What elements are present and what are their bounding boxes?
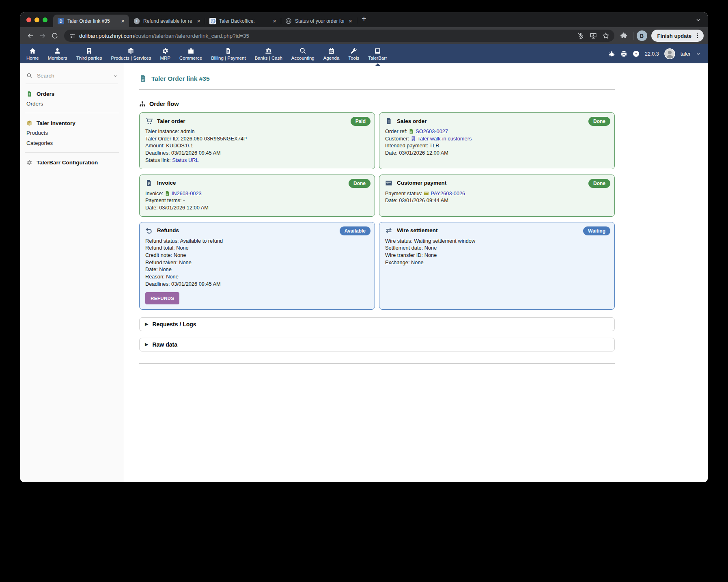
topnav-item[interactable]: Third parties [72, 44, 107, 63]
version-label: 22.0.3 [645, 51, 659, 57]
field-label: Refund taken [145, 259, 176, 265]
card-field: Taler Instance: admin [145, 128, 369, 135]
field-label: Order ref [385, 128, 406, 134]
field-label: Reason [145, 274, 163, 280]
status-badge: Available [340, 226, 370, 235]
field-value-link[interactable]: IN2603-0023 [172, 190, 202, 196]
divider [139, 89, 615, 90]
caret-right-icon: ▶ [145, 321, 148, 327]
extensions-button[interactable] [618, 30, 630, 42]
tab-close-icon[interactable]: × [271, 18, 278, 24]
topnav-item[interactable]: TalerBarr [364, 44, 392, 63]
finish-update-button[interactable]: Finish update [651, 30, 704, 42]
zoom-window-button[interactable] [43, 17, 47, 22]
field-label: Invoice [145, 190, 162, 196]
address-bar[interactable]: dolibarr.potuzhnyi.com/custom/talerbarr/… [64, 30, 614, 42]
help-icon[interactable]: ? [633, 50, 640, 57]
exchange-icon [385, 227, 392, 234]
field-label: Date [385, 150, 396, 156]
building-icon [86, 47, 93, 54]
refunds-button[interactable]: REFUNDS [145, 292, 179, 304]
topnav-item[interactable]: MRP [155, 44, 175, 63]
search-input[interactable] [36, 72, 110, 79]
tab-search-icon[interactable] [696, 17, 701, 23]
url-text: dolibarr.potuzhnyi.com/custom/talerbarr/… [79, 33, 572, 39]
field-label: Taler Order ID [145, 136, 178, 142]
card-title: Wire settlement [397, 227, 437, 233]
sidebar-section-header: Orders [26, 90, 118, 99]
browser-tab[interactable]: Status of your order forShow × [281, 15, 357, 27]
topnav-item[interactable]: Accounting [287, 44, 319, 63]
browser-tab[interactable]: T Refund available for refund o × [129, 15, 205, 27]
field-value-link[interactable]: Taler walk-in customers [418, 136, 472, 142]
tab-close-icon[interactable]: × [347, 18, 353, 24]
topnav-item[interactable]: Members [43, 44, 72, 63]
field-label: Settlement date [385, 245, 422, 251]
browser-tab[interactable]: D Taler Order link #35 × [53, 15, 129, 27]
doc-icon [165, 191, 170, 196]
topnav-item[interactable]: Billing | Payment [207, 44, 250, 63]
order-flow-card: Taler order Paid Taler Instance: adminTa… [139, 112, 375, 169]
sidebar-search[interactable] [26, 72, 118, 84]
site-settings-icon[interactable] [69, 32, 75, 39]
printer-icon[interactable] [620, 50, 627, 57]
card-title: Sales order [397, 118, 427, 124]
close-window-button[interactable] [26, 17, 31, 22]
card-field: Refund status: Available to refund [145, 237, 369, 245]
card-field: Order ref: SO2603-0027 [385, 128, 609, 135]
field-value-link[interactable]: Status URL [172, 157, 198, 163]
topnav-item[interactable]: Products | Services [107, 44, 156, 63]
browser-tab[interactable]: Taler Backoffice: × [205, 15, 281, 27]
reload-button[interactable] [49, 30, 61, 42]
field-label: Deadlines [145, 281, 168, 287]
mic-off-icon[interactable] [577, 32, 584, 39]
sidebar-section-header: TalerBarr Configuration [26, 159, 118, 167]
topnav-item-label: Products | Services [111, 56, 151, 60]
main-content: Taler Order link #35 Order flow Taler or… [124, 63, 708, 482]
sidebar-section: Taler Inventory ProductsCategories [26, 113, 118, 153]
topnav-item[interactable]: Agenda [319, 44, 344, 63]
svg-text:D: D [59, 19, 62, 23]
caret-right-icon: ▶ [145, 342, 148, 347]
tab-close-icon[interactable]: × [196, 18, 202, 24]
field-value-link[interactable]: PAY2603-0026 [431, 190, 465, 196]
status-badge: Done [588, 179, 610, 188]
collapsible-section[interactable]: ▶ Raw data [139, 338, 615, 351]
card-field: Date: 03/01/2026 12:00 AM [385, 149, 609, 157]
user-avatar[interactable] [664, 48, 675, 59]
forward-button[interactable] [37, 30, 49, 42]
profile-avatar[interactable]: B [637, 30, 647, 41]
field-value-link[interactable]: SO2603-0027 [416, 128, 448, 134]
topnav-item[interactable]: Tools [344, 44, 364, 63]
back-button[interactable] [24, 30, 37, 42]
sidebar-link[interactable]: Categories [26, 138, 118, 148]
bookmark-star-icon[interactable] [602, 32, 610, 39]
field-value: 03/01/2026 12:00 AM [159, 205, 209, 211]
tab-strip: D Taler Order link #35 × T Refund availa… [20, 12, 708, 27]
install-icon[interactable] [590, 32, 597, 39]
more-menu-icon[interactable] [694, 32, 701, 39]
topnav-item[interactable]: Commerce [175, 44, 207, 63]
chevron-down-icon[interactable] [696, 52, 700, 56]
bug-icon[interactable] [608, 50, 615, 57]
field-value: None [159, 266, 172, 272]
card-field: Date: None [145, 266, 369, 273]
dolibarr-top-menu: Home Members Third parties Products | Se… [20, 44, 708, 63]
new-tab-button[interactable]: + [357, 14, 370, 25]
chevron-down-icon[interactable] [113, 74, 117, 78]
field-label: Customer [385, 136, 407, 142]
top-menu-right: ? 22.0.3 taler [608, 44, 706, 63]
minimize-window-button[interactable] [34, 17, 39, 22]
order-flow-card: Refunds Available Refund status: Availab… [139, 222, 375, 310]
topnav-item[interactable]: Home [22, 44, 43, 63]
card-field: Taler Order ID: 2026.060-03R9S5NGEX74P [145, 135, 369, 142]
sidebar-link[interactable]: Products [26, 128, 118, 138]
collapsible-section[interactable]: ▶ Requests / Logs [139, 317, 615, 331]
topnav-item-label: Home [26, 56, 39, 60]
user-name[interactable]: taler [681, 51, 691, 57]
tab-close-icon[interactable]: × [120, 18, 126, 24]
status-badge: Waiting [583, 226, 610, 235]
order-flow-card: Customer payment Done Payment status: PA… [379, 175, 615, 217]
topnav-item[interactable]: Banks | Cash [250, 44, 287, 63]
sidebar-link[interactable]: Orders [26, 99, 118, 109]
